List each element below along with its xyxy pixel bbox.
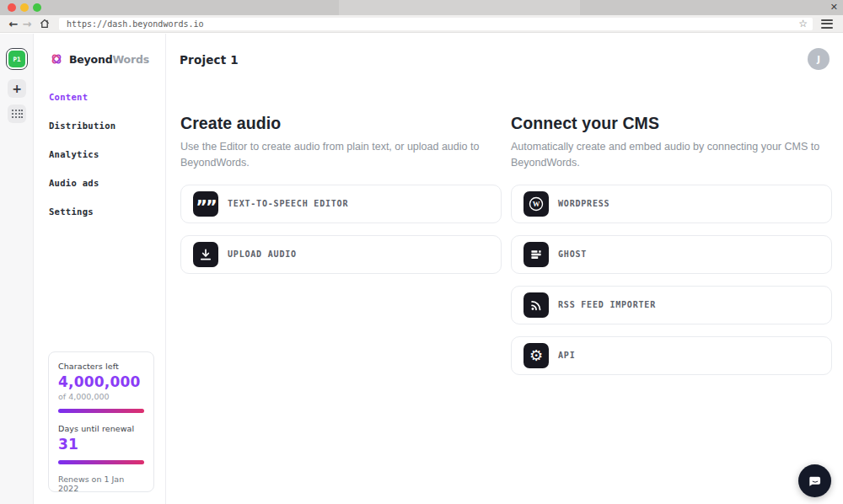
traffic-light-close[interactable] <box>8 3 16 12</box>
upload-icon <box>193 242 218 267</box>
url-bar[interactable]: https://dash.beyondwords.io ☆ <box>59 18 813 30</box>
wordpress-card[interactable]: W WORDPRESS <box>511 185 832 223</box>
characters-total: of 4,000,000 <box>58 392 144 401</box>
chat-bubble-icon <box>806 472 824 491</box>
api-card[interactable]: ⚙ API <box>511 336 832 375</box>
avatar[interactable]: J <box>808 48 830 70</box>
connect-cms-title: Connect your CMS <box>511 114 832 133</box>
sidebar-item-audio-ads[interactable]: Audio ads <box>49 178 165 188</box>
create-audio-title: Create audio <box>180 114 502 133</box>
connect-cms-section: Connect your CMS Automatically create an… <box>511 114 832 387</box>
close-tab-icon[interactable]: ✕ <box>830 1 838 14</box>
rss-icon <box>524 292 549 318</box>
renewal-note: Renews on 1 Jan 2022 <box>58 475 144 493</box>
project-badge[interactable]: P1 <box>8 51 25 67</box>
chat-launcher-button[interactable] <box>798 464 831 497</box>
back-icon[interactable]: ← <box>7 19 20 29</box>
project-switcher-active[interactable]: P1 <box>6 48 28 70</box>
url-text[interactable]: https://dash.beyondwords.io <box>67 19 798 29</box>
beyondwords-app: P1 + <box>0 34 843 504</box>
renewal-label: Days until renewal <box>58 424 144 433</box>
renewal-value: 31 <box>58 436 144 453</box>
project-rail: P1 + <box>0 34 34 504</box>
usage-card: Characters left 4,000,000 of 4,000,000 D… <box>48 351 154 492</box>
connect-cms-subtitle: Automatically create and embed audio by … <box>511 139 824 171</box>
wordpress-icon: W <box>524 191 549 217</box>
main-content: Project 1 J Create audio Use the Editor … <box>166 34 843 504</box>
text-to-speech-editor-card[interactable]: ”” TEXT-TO-SPEECH EDITOR <box>180 185 502 223</box>
browser-toolbar: ← → https://dash.beyondwords.io ☆ <box>0 15 843 33</box>
renewal-progress-bar <box>58 460 144 464</box>
window-titlebar: ✕ <box>0 0 843 15</box>
browser-window: ✕ ← → https://dash.beyondwords.io ☆ P1 + <box>0 0 843 504</box>
brand-name: BeyondWords <box>69 53 149 66</box>
home-icon[interactable] <box>39 18 51 29</box>
svg-text:W: W <box>533 199 540 207</box>
traffic-light-maximize[interactable] <box>33 3 41 12</box>
ghost-icon <box>524 242 549 267</box>
sidebar-item-content[interactable]: Content <box>49 92 165 102</box>
sidebar-item-settings[interactable]: Settings <box>49 206 165 217</box>
quote-icon: ”” <box>193 191 218 217</box>
create-audio-section: Create audio Use the Editor to create au… <box>180 114 502 286</box>
characters-left-label: Characters left <box>58 362 144 371</box>
rss-feed-importer-card[interactable]: RSS FEED IMPORTER <box>511 286 832 324</box>
forward-icon[interactable]: → <box>20 19 34 29</box>
menu-icon[interactable] <box>821 19 833 29</box>
bookmark-star-icon[interactable]: ☆ <box>798 19 808 29</box>
upload-audio-card[interactable]: UPLOAD AUDIO <box>180 235 502 274</box>
gear-icon: ⚙ <box>524 343 549 368</box>
browser-tab[interactable] <box>339 0 580 15</box>
sidebar-item-distribution[interactable]: Distribution <box>49 121 165 131</box>
ghost-card[interactable]: GHOST <box>511 235 832 274</box>
page-title: Project 1 <box>180 53 239 67</box>
apps-grid-icon[interactable] <box>8 105 26 123</box>
brand-logo[interactable]: BeyondWords <box>35 34 165 67</box>
traffic-lights <box>0 3 41 12</box>
create-audio-subtitle: Use the Editor to create audio from plai… <box>180 139 494 171</box>
characters-progress-bar <box>58 409 144 413</box>
characters-left-value: 4,000,000 <box>58 373 144 390</box>
beyondwords-logo-icon <box>49 51 64 67</box>
sidebar: BeyondWords Content Distribution Analyti… <box>35 34 166 504</box>
sidebar-item-analytics[interactable]: Analytics <box>49 149 165 159</box>
add-project-button[interactable]: + <box>8 79 26 98</box>
traffic-light-minimize[interactable] <box>20 3 29 12</box>
sidebar-nav: Content Distribution Analytics Audio ads… <box>35 67 165 217</box>
